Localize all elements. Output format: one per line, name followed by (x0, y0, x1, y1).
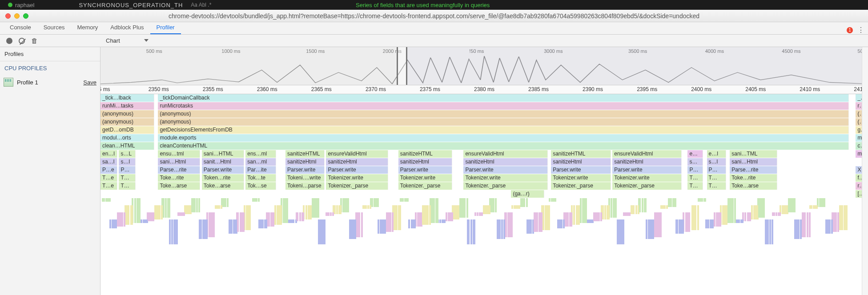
flame-frame[interactable]: sanitizeHTML (285, 150, 325, 158)
flame-frame[interactable]: ensu…tml (158, 150, 200, 158)
flame-frame[interactable]: Tokeni…parse (285, 182, 325, 190)
flame-frame[interactable]: runMicrotasks (158, 102, 848, 110)
flame-frame[interactable]: T… (119, 174, 136, 182)
flame-frame[interactable]: T… (119, 182, 136, 190)
tab-adblock-plus[interactable]: Adblock Plus (104, 21, 150, 34)
flame-frame[interactable]: module.exports (158, 134, 848, 142)
flame-frame[interactable]: T…e (100, 182, 117, 190)
flame-frame[interactable]: Toke…rite (158, 174, 200, 182)
flame-chart-pane[interactable]: 500 ms1000 ms1500 ms2000 ms!50 ms3000 ms… (100, 47, 868, 295)
flame-frame[interactable]: sanitizeHtml (463, 158, 548, 166)
flame-frame[interactable]: T… (707, 174, 726, 182)
overview-window-handle[interactable] (397, 47, 407, 85)
flame-frame[interactable]: Tokenizer._parse (398, 182, 452, 190)
flame-frame[interactable]: Tokeni….write (285, 174, 325, 182)
flame-frame[interactable]: Parser.write (398, 166, 452, 174)
flame-frame[interactable]: getDecisionsElementsFromDB (158, 126, 848, 134)
flame-frame[interactable]: sanitizeHtml (551, 158, 611, 166)
tab-console[interactable]: Console (4, 21, 37, 34)
flame-frame[interactable]: s…l (119, 158, 136, 166)
flame-frame[interactable]: T… (687, 174, 703, 182)
flame-frame[interactable]: Toke…arse (202, 182, 244, 190)
flame-frame[interactable]: Tokenizer.write (612, 174, 681, 182)
tab-profiler[interactable]: Profiler (150, 21, 181, 34)
flame-frame[interactable]: (anonymous) (158, 118, 848, 126)
flame-frame[interactable]: runMi…tasks (100, 102, 154, 110)
flame-frame[interactable]: P…e (100, 166, 117, 174)
flame-frame[interactable]: sani…Html (730, 158, 777, 166)
clear-icon[interactable] (19, 38, 25, 44)
view-mode-select[interactable]: Chart (103, 36, 151, 45)
flame-frame[interactable]: ens…ml (245, 150, 276, 158)
flame-frame[interactable]: Parser.write (326, 166, 388, 174)
flame-frame[interactable]: T… (707, 182, 726, 190)
flame-frame[interactable]: T…e (100, 174, 117, 182)
flame-frame[interactable]: Parser.write (202, 166, 244, 174)
flame-frame[interactable]: Parser.write (612, 166, 681, 174)
flame-frame[interactable]: getD…omDB (100, 126, 154, 134)
flame-frame[interactable]: Parse…rite (158, 166, 200, 174)
flame-frame[interactable]: (ga…r) (511, 190, 544, 198)
flame-chart[interactable]: _tick…lback_tickDomainCallback_…krunMi…t… (100, 94, 868, 281)
flame-frame[interactable]: Tokenizer._parse (551, 182, 611, 190)
flame-frame[interactable]: Parse…rite (730, 166, 777, 174)
flame-frame[interactable]: P… (707, 166, 726, 174)
flame-frame[interactable]: Tokenizer.write (463, 174, 548, 182)
flame-frame[interactable]: Tokenizer.write (326, 174, 388, 182)
flame-frame[interactable]: Par…ite (245, 166, 276, 174)
flame-frame[interactable]: sa…l (100, 158, 117, 166)
vertical-scrollbar[interactable] (862, 47, 868, 295)
flame-frame[interactable]: Tokenizer.write (551, 174, 611, 182)
flame-frame[interactable]: _tick…lback (100, 94, 154, 102)
flame-frame[interactable]: sanitizeHtml (285, 158, 325, 166)
flame-frame[interactable]: ensureValidHtml (463, 150, 548, 158)
flame-frame[interactable]: (anonymous) (100, 118, 154, 126)
flame-frame[interactable]: Token…rite (202, 174, 244, 182)
flame-frame[interactable]: Tokenizer._parse (326, 182, 388, 190)
flame-frame[interactable]: P… (119, 166, 136, 174)
flame-frame[interactable]: _tickDomainCallback (158, 94, 848, 102)
flame-frame[interactable]: Parser.write (463, 166, 548, 174)
kebab-menu-icon[interactable]: ⋮ (857, 26, 864, 34)
error-count-badge[interactable]: 1 (847, 27, 853, 33)
flame-frame[interactable]: s…l (707, 158, 726, 166)
flame-frame[interactable]: Tok…te (245, 174, 276, 182)
flame-frame[interactable]: modul…orts (100, 134, 154, 142)
flame-frame[interactable]: sanit…Html (202, 158, 244, 166)
tab-memory[interactable]: Memory (71, 21, 104, 34)
overview-timeline[interactable]: 500 ms1000 ms1500 ms2000 ms!50 ms3000 ms… (100, 47, 868, 85)
flame-frame[interactable]: s… (687, 158, 703, 166)
flame-frame[interactable]: Toke…arse (730, 182, 777, 190)
flame-frame[interactable]: sani…Html (158, 158, 200, 166)
flame-frame[interactable]: (anonymous) (158, 110, 848, 118)
flame-frame[interactable]: sanitizeHTML (398, 150, 452, 158)
flame-frame[interactable]: sanitizeHTML (551, 150, 611, 158)
flame-frame[interactable]: clean…HTML (100, 142, 154, 150)
flame-frame[interactable]: Toke…arse (158, 182, 200, 190)
flame-frame[interactable]: sani…TML (730, 150, 777, 158)
flame-frame[interactable]: s…L (119, 150, 136, 158)
flame-frame[interactable]: sanitizeHtml (612, 158, 681, 166)
flame-frame[interactable]: sanitizeHtml (398, 158, 452, 166)
flame-frame[interactable]: ensureValidHtml (326, 150, 388, 158)
flame-frame[interactable]: P… (687, 166, 703, 174)
flame-frame[interactable]: e…l (707, 150, 726, 158)
flame-frame[interactable]: Parser.write (285, 166, 325, 174)
flame-frame[interactable]: en…l (100, 150, 117, 158)
flame-frame[interactable]: cleanContenuHTML (158, 142, 848, 150)
detail-ruler[interactable]: 5 ms2350 ms2355 ms2360 ms2365 ms2370 ms2… (100, 85, 868, 94)
flame-frame[interactable]: Toke…rite (730, 174, 777, 182)
flame-frame[interactable]: T… (687, 182, 703, 190)
profile-save-link[interactable]: Save (83, 79, 96, 86)
tab-sources[interactable]: Sources (37, 21, 71, 34)
flame-frame[interactable]: Parser.write (551, 166, 611, 174)
flame-frame[interactable]: Tokenizer._parse (612, 182, 681, 190)
flame-frame[interactable]: Tokenizer._parse (463, 182, 548, 190)
record-button-icon[interactable] (6, 38, 12, 44)
flame-frame[interactable]: san…ml (245, 158, 276, 166)
trash-icon[interactable]: 🗑 (31, 37, 38, 44)
flame-frame[interactable]: Tokenizer.write (398, 174, 452, 182)
flame-frame[interactable]: e… (687, 150, 703, 158)
flame-frame[interactable]: sani…HTML (202, 150, 244, 158)
flame-frame[interactable]: (anonymous) (100, 110, 154, 118)
